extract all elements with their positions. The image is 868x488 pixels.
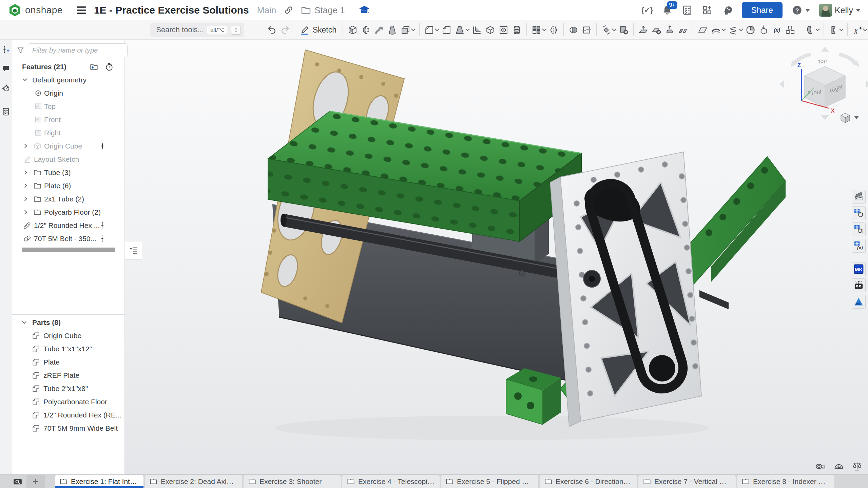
main-menu-icon[interactable] <box>76 4 87 16</box>
chevron-down-icon[interactable] <box>721 27 726 31</box>
tree-caret-icon[interactable] <box>23 170 27 175</box>
apps-icon[interactable] <box>702 5 713 16</box>
feature-right-plane[interactable]: Right <box>12 126 124 139</box>
configurations-button[interactable] <box>852 222 866 236</box>
tree-caret-icon[interactable] <box>23 197 27 201</box>
split-button[interactable] <box>580 22 593 37</box>
frame-button[interactable] <box>827 22 844 37</box>
feature-folder-polycarb-floor[interactable]: Polycarb Floor (2) <box>12 206 124 219</box>
part-origin-cube[interactable]: Origin Cube <box>12 329 124 342</box>
shell-button[interactable] <box>484 22 497 37</box>
helix-button[interactable] <box>727 22 744 37</box>
tab-exercise-2[interactable]: Exercise 2: Dead Axle R... <box>145 475 242 488</box>
chevron-down-icon[interactable] <box>435 27 439 31</box>
cylinder-button[interactable] <box>510 22 523 37</box>
tab-exercise-1[interactable]: Exercise 1: Flat Intake <box>55 475 143 488</box>
help-menu[interactable] <box>792 5 810 16</box>
sheet-metal-button[interactable] <box>803 22 821 37</box>
delete-face-button[interactable] <box>650 22 663 37</box>
tree-caret-icon[interactable] <box>23 77 27 81</box>
feature-origin[interactable]: Origin <box>12 86 124 100</box>
tab-exercise-8[interactable]: Exercise 8 - Indexer Ce... <box>737 475 834 488</box>
tab-exercise-3[interactable]: Exercise 3: Shooter <box>244 475 341 488</box>
tasks-icon[interactable] <box>682 5 693 16</box>
tree-caret-icon[interactable] <box>23 210 27 214</box>
feature-rounded-hex-shaft[interactable]: 1/2" Rounded Hex ... <box>12 219 124 232</box>
chevron-down-icon[interactable] <box>612 27 616 31</box>
measure-angle-button[interactable] <box>833 461 844 472</box>
part-tube-1x1x12[interactable]: Tube 1"x1"x12" <box>12 342 124 355</box>
part-rounded-hex-shaft[interactable]: 1/2" Rounded Hex (RE... <box>12 408 124 422</box>
view-cube-body[interactable]: Top Front Right <box>805 58 845 107</box>
chevron-down-icon[interactable] <box>465 27 470 31</box>
add-tab-button[interactable]: + <box>26 475 45 488</box>
blocks-button[interactable] <box>784 22 797 37</box>
versions-icon[interactable] <box>642 5 653 16</box>
extrude-button[interactable] <box>346 22 359 37</box>
circular-pattern-button[interactable] <box>744 22 757 37</box>
plane-button[interactable] <box>696 22 709 37</box>
replace-face-button[interactable] <box>676 22 690 37</box>
rib-button[interactable] <box>470 22 484 37</box>
link-icon[interactable] <box>284 5 294 15</box>
chevron-down-icon[interactable] <box>739 27 743 31</box>
onshape-logo[interactable]: onshape <box>8 3 63 17</box>
tree-caret-icon[interactable] <box>23 183 27 188</box>
suppressed-indicator-icon[interactable] <box>99 221 106 230</box>
appearance-panel-button[interactable] <box>852 190 866 204</box>
user-menu[interactable]: Kelly <box>819 4 861 17</box>
mirror-button[interactable] <box>547 22 560 37</box>
share-button[interactable]: Share <box>742 2 783 18</box>
feature-front-plane[interactable]: Front <box>12 113 124 126</box>
feature-folder-2x1-tube[interactable]: 2x1 Tube (2) <box>12 192 124 206</box>
branch-name[interactable]: Main <box>257 5 276 16</box>
variable-table-button[interactable] <box>852 239 866 253</box>
feature-default-geometry[interactable]: Default geometry <box>12 73 124 86</box>
search-tabs-icon[interactable] <box>9 475 26 488</box>
chevron-down-icon[interactable] <box>542 27 546 31</box>
mkcad-app-button[interactable] <box>852 262 866 276</box>
collapse-tree-button[interactable] <box>125 242 142 259</box>
learning-center-icon[interactable] <box>359 4 370 16</box>
hole-button[interactable] <box>497 22 510 37</box>
ai-advisor-icon[interactable] <box>722 5 733 16</box>
part-zref-plate[interactable]: zREF Plate <box>12 369 124 382</box>
view-cube[interactable]: Top Front Right Z X <box>779 47 868 123</box>
redo-button[interactable] <box>278 22 292 37</box>
feature-folder-plate[interactable]: Plate (6) <box>12 179 124 192</box>
triangle-app-button[interactable] <box>852 295 866 309</box>
tab-exercise-6[interactable]: Exercise 6 - Direction S... <box>540 475 637 488</box>
view-cube-top-label[interactable]: Top <box>817 58 827 64</box>
linear-pattern-button[interactable] <box>530 22 547 37</box>
project-curve-button[interactable] <box>757 22 770 37</box>
sketch-button[interactable]: Sketch <box>298 22 340 37</box>
chevron-down-icon[interactable] <box>839 27 844 31</box>
draft-button[interactable] <box>453 22 470 37</box>
feature-belt[interactable]: 70T 5M Belt - 350... <box>12 232 124 245</box>
notifications-bell-icon[interactable]: 9+ <box>662 5 673 16</box>
rollback-bar[interactable] <box>22 248 115 252</box>
chevron-down-icon[interactable] <box>815 27 820 31</box>
feature-origin-cube[interactable]: Origin Cube <box>12 139 124 153</box>
part-tube-2x1x8[interactable]: Tube 2"x1"x8" <box>12 382 124 395</box>
delete-part-button[interactable] <box>617 22 630 37</box>
thicken-button[interactable] <box>399 22 416 37</box>
tab-exercise-4[interactable]: Exercise 4 - Telescopin... <box>342 475 440 488</box>
feature-folder-tube[interactable]: Tube (3) <box>12 166 124 179</box>
custom-feature-button[interactable] <box>851 22 868 37</box>
robot-app-button[interactable] <box>852 278 866 292</box>
filter-input[interactable] <box>28 43 128 57</box>
chevron-down-icon[interactable] <box>863 27 867 31</box>
rail-history[interactable] <box>0 78 12 98</box>
regeneration-time-icon[interactable] <box>105 62 114 71</box>
mass-properties-button[interactable] <box>852 461 863 472</box>
tab-exercise-5[interactable]: Exercise 5 - Flipped Ge... <box>441 475 538 488</box>
transform-button[interactable] <box>600 22 617 37</box>
tree-caret-icon[interactable] <box>23 144 27 148</box>
custom-tables-button[interactable] <box>852 206 866 220</box>
measure-length-button[interactable] <box>815 461 826 472</box>
boolean-button[interactable] <box>567 22 580 37</box>
part-belt[interactable]: 70T 5M 9mm Wide Belt <box>12 422 124 435</box>
part-plate[interactable]: Plate <box>12 355 124 369</box>
view-mode-button[interactable] <box>841 113 859 123</box>
